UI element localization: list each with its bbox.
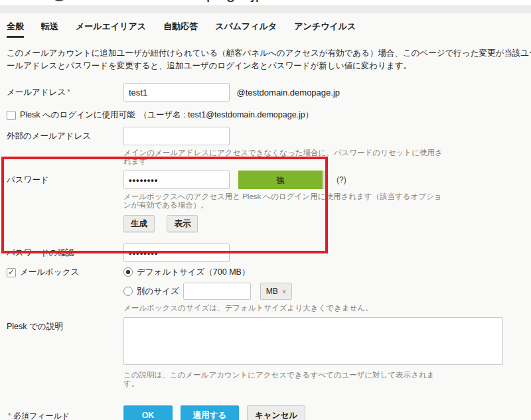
tab-bar: 全般 転送 メールエイリアス 自動応答 スパムフィルタ アンチウイルス: [7, 21, 531, 38]
description-helper: この説明は、このメールアカウントにアクセスできるすべてのユーザに対して表示されま…: [123, 371, 503, 388]
mailbox-helper: メールボックスのサイズは、デフォルトサイズより大きくできません。: [123, 304, 373, 313]
email-local-part-input[interactable]: [123, 83, 230, 102]
password-help-link[interactable]: (?): [337, 175, 346, 184]
other-size-input[interactable]: [183, 283, 251, 300]
email-domain-suffix: @testdomain.demopage.jp: [236, 84, 340, 98]
cancel-button[interactable]: キャンセル: [247, 405, 305, 420]
password-helper: メールボックスへのアクセス用と Plesk へのログイン用に使用されます（該当す…: [123, 192, 442, 210]
password-row: パスワード 強 (?) メールボックスへのアクセス用と Plesk へのログイン…: [7, 171, 531, 232]
description-label: Plesk での説明: [7, 317, 123, 332]
tab-auto-reply[interactable]: 自動応答: [163, 21, 198, 38]
intro-line-1: このメールアカウントに追加ユーザが紐付けられている（顧客パネルへのアクセスが有効…: [7, 47, 531, 60]
required-field-note: * 必須フィールド: [7, 405, 123, 420]
tab-antivirus[interactable]: アンチウイルス: [294, 21, 356, 38]
show-password-button[interactable]: 表示: [167, 215, 198, 232]
default-size-label: デフォルトサイズ（700 MB）: [137, 267, 250, 278]
tab-mail-aliases[interactable]: メールエイリアス: [76, 21, 146, 38]
external-email-input[interactable]: [123, 127, 230, 145]
other-size-option: 別のサイズ MB ∨: [123, 282, 373, 301]
strength-label: 強: [238, 175, 323, 186]
page-header-strip: test1@testdomain.demopage.jp: [0, 0, 531, 5]
content-area: 全般 転送 メールエイリアス 自動応答 スパムフィルタ アンチウイルス このメー…: [0, 13, 531, 420]
plesk-mail-settings-page: test1@testdomain.demopage.jp 全般 転送 メールエイ…: [0, 0, 531, 420]
plesk-login-checkbox[interactable]: [7, 111, 16, 120]
password-confirm-input[interactable]: [123, 244, 230, 262]
checkbox-check-icon: ✓: [8, 267, 15, 277]
email-address-row: メールアドレス* @testdomain.demopage.jp: [7, 83, 531, 102]
password-input[interactable]: [123, 171, 230, 189]
external-email-label: 外部のメールアドレス: [7, 127, 123, 142]
header-band: [0, 5, 531, 13]
other-size-radio[interactable]: [123, 287, 133, 296]
plesk-login-note: （ユーザ名 : test1@testdomain.demopage.jp）: [139, 109, 314, 121]
size-unit-select[interactable]: MB ∨: [260, 283, 293, 300]
apply-button[interactable]: 適用する: [181, 405, 239, 420]
chevron-down-icon: ∨: [282, 288, 287, 295]
intro-line-2: ールアドレスとパスワードを変更すると、追加ユーザのログイン名とパスワードが新しい…: [7, 60, 531, 72]
password-strength-meter: 強: [238, 171, 327, 189]
password-label: パスワード: [7, 171, 123, 186]
tab-forwarding[interactable]: 転送: [41, 21, 58, 38]
description-textarea[interactable]: [123, 317, 503, 365]
default-size-option: デフォルトサイズ（700 MB）: [123, 266, 373, 278]
tab-spam-filter[interactable]: スパムフィルタ: [215, 21, 277, 38]
other-size-label: 別のサイズ: [137, 286, 179, 297]
mailbox-label: メールボックス: [20, 267, 79, 278]
plesk-login-label: Plesk へのログインに使用可能: [20, 109, 135, 121]
external-email-helper: メインのメールアドレスにアクセスできなくなった場合に、パスワードのリセットに使用…: [123, 149, 443, 166]
password-confirm-row: パスワードの確認: [7, 244, 531, 262]
size-unit-value: MB: [266, 287, 278, 296]
required-asterisk: *: [67, 88, 70, 97]
password-confirm-label: パスワードの確認: [7, 244, 123, 259]
intro-text: このメールアカウントに追加ユーザが紐付けられている（顧客パネルへのアクセスが有効…: [7, 47, 531, 72]
generate-password-button[interactable]: 生成: [123, 215, 155, 232]
description-row: Plesk での説明 この説明は、このメールアカウントにアクセスできるすべてのユ…: [7, 317, 531, 388]
tab-general[interactable]: 全般: [7, 21, 24, 38]
page-title: test1@testdomain.demopage.jp: [12, 0, 266, 3]
external-email-row: 外部のメールアドレス メインのメールアドレスにアクセスできなくなった場合に、パス…: [7, 127, 531, 166]
default-size-radio[interactable]: [123, 267, 133, 277]
mailbox-row: ✓ メールボックス デフォルトサイズ（700 MB） 別のサイズ MB ∨: [7, 266, 531, 313]
plesk-login-row: Plesk へのログインに使用可能 （ユーザ名 : test1@testdoma…: [7, 109, 531, 121]
email-address-label: メールアドレス*: [7, 83, 123, 98]
mailbox-checkbox[interactable]: ✓: [7, 268, 16, 277]
footer-actions: * 必須フィールド OK 適用する キャンセル: [7, 405, 531, 420]
ok-button[interactable]: OK: [123, 405, 173, 420]
